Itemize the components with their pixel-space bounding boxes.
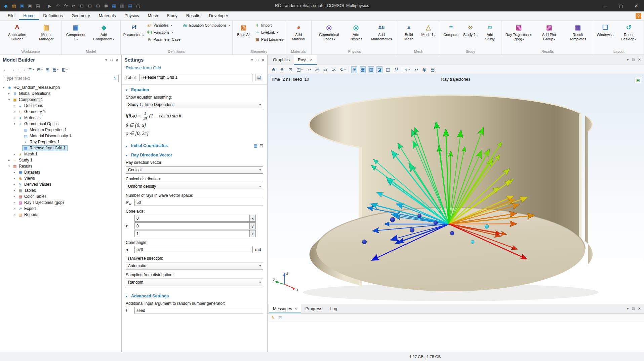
paste-icon[interactable]: ⊟ [86,2,94,10]
window-layout-icon[interactable]: ▢ [134,2,142,10]
open-file-icon[interactable]: ▨ [10,2,18,10]
ray-trajectories-gop-button[interactable]: ▧Ray Trajectories (gop)▾ [503,22,535,49]
filter-refresh-icon[interactable]: ↻ [113,76,117,81]
duplicate-icon[interactable]: ⊞ [94,2,102,10]
compute-button[interactable]: =Compute [442,22,460,49]
ray-direction-select[interactable]: Conical ▾ [126,166,263,174]
variables-button[interactable]: a=Variables▾ [147,23,180,28]
panel-menu-icon[interactable]: ▾ [251,58,253,62]
tree-item-export[interactable]: ▸↗Export [0,206,121,212]
tree-item-geometry-1[interactable]: ▸◇Geometry 1 [0,109,121,115]
parameter-case-button[interactable]: PiParameter Case [147,37,180,42]
copy-icon[interactable]: ⊡ [260,143,263,148]
transverse-direction-select[interactable]: Automatic ▾ [126,262,263,269]
expand-arrow-icon[interactable]: ▸ [12,110,17,113]
tree-item-material-discontinuity-1[interactable]: ▤Material Discontinuity 1 [0,133,121,139]
move-down-icon[interactable]: ↓ [23,67,26,72]
section-initial-coordinates-header[interactable]: ▸ Initial Coordinates ▦ ⊡ [126,141,263,150]
equation-contributions-button[interactable]: ∂uEquation Contributions▾ [183,23,230,28]
tree-item-definitions[interactable]: ▸≡Definitions [0,103,121,109]
close-tab-icon[interactable]: ✕ [294,307,297,311]
panel-menu-icon[interactable]: ▾ [105,58,107,62]
menu-tab-definitions[interactable]: Definitions [39,11,67,20]
plot-icon[interactable]: ▤ [126,2,134,10]
rays-count-input[interactable] [134,199,263,206]
scene-light-icon[interactable]: ☀ [351,66,357,73]
tree-item-ro-random-release-mph[interactable]: ▾◈RO_random_release.mph [0,84,121,91]
model-manager-button[interactable]: ▥Model Manager [33,22,59,49]
run-icon[interactable]: ▶ [46,2,53,10]
close-button[interactable]: ✕ [629,0,644,11]
cone-axis-y-input[interactable] [134,222,250,229]
save-as-icon[interactable]: ▣ [26,2,34,10]
node-label-icon[interactable]: ◧▾ [62,67,68,72]
go-to-yz-view-icon[interactable]: yz [322,66,328,73]
panel-menu-icon[interactable]: ▾ [627,58,629,62]
add-study-button[interactable]: ∞Add Study [481,22,499,49]
go-to-default-3d-view-icon[interactable]: ⌂▾ [306,66,312,73]
add-material-button[interactable]: ◕Add Material [288,22,310,49]
minimize-button[interactable]: – [598,0,613,11]
collapse-all-icon[interactable]: ⊟▾ [37,67,43,72]
expand-arrow-icon[interactable]: ▸ [12,207,17,210]
label-input[interactable] [139,74,252,81]
build-all-button[interactable]: ▧Build All [234,22,253,49]
copy-log-icon[interactable]: ⊡ [279,315,282,320]
tree-item-ray-trajectories-gop[interactable]: ▸▧Ray Trajectories (gop) [0,200,121,206]
geometrical-optics-button[interactable]: ◎Geometrical Optics▾ [313,22,345,49]
back-icon[interactable]: ← [3,67,7,72]
import-button[interactable]: ⇩Import [254,23,283,28]
add-plot-group-button[interactable]: ▨Add Plot Group▾ [535,22,563,49]
expand-arrow-icon[interactable]: ▸ [7,92,11,95]
study-1-button[interactable]: ∞Study 1▾ [461,22,480,49]
panel-menu-icon[interactable]: ▾ [627,306,629,311]
save-icon[interactable]: ▣ [18,2,26,10]
cone-angle-input[interactable] [134,246,253,253]
wireframe-icon[interactable]: ◫ [385,66,391,73]
tree-item-materials[interactable]: ▸●Materials [0,115,121,121]
expand-arrow-icon[interactable]: ▸ [12,171,17,174]
add-physics-button[interactable]: ◎Add Physics [346,22,367,49]
tree-item-tables[interactable]: ▸▦Tables [0,187,121,193]
expand-arrow-icon[interactable]: ▸ [12,189,17,192]
close-panel-icon[interactable]: ✕ [261,58,265,62]
add-component-button[interactable]: ◆Add Component▾ [89,22,119,49]
cut-icon[interactable]: ✂ [70,2,78,10]
tree-item-derived-values[interactable]: ▸∑Derived Values [0,181,121,187]
collapse-arrow-icon[interactable]: ▾ [7,165,11,168]
expand-arrow-icon[interactable]: ▸ [12,195,17,198]
go-to-xy-view-icon[interactable]: xy [314,66,320,73]
tree-item-release-from-grid-1[interactable]: ▦Release from Grid 1 [0,145,121,151]
float-panel-icon[interactable]: ⊡ [256,58,259,62]
filter-input[interactable] [5,76,113,81]
section-equation-header[interactable]: ▾ Equation [126,85,263,94]
tab-rays[interactable]: Rays✕ [294,55,317,65]
part-libraries-button[interactable]: ▤Part Libraries [254,37,283,42]
expand-arrow-icon[interactable]: ▸ [12,183,17,186]
menu-tab-materials[interactable]: Materials [94,11,120,20]
tab-progress[interactable]: Progress [301,304,326,313]
menu-tab-file[interactable]: File [3,11,19,20]
go-to-zx-view-icon[interactable]: zx [331,66,337,73]
menu-tab-mesh[interactable]: Mesh [144,11,163,20]
menu-tab-geometry[interactable]: Geometry [67,11,94,20]
scene-rotation-icon[interactable]: ↻▾ [339,66,346,73]
sampling-select[interactable]: Random ▾ [126,279,263,286]
menu-tab-developer[interactable]: Developer [205,11,233,20]
menu-tab-results[interactable]: Results [182,11,205,20]
zoom-out-icon[interactable]: ⊖ [279,66,285,73]
tree-item-mesh-1[interactable]: ▸▲Mesh 1 [0,151,121,157]
color-theme-icon[interactable]: ◑▾ [413,66,419,73]
expand-all-icon[interactable]: ⊞ [46,67,49,72]
model-tree-view-icon[interactable]: ▦▾ [52,67,58,72]
expand-arrow-icon[interactable]: ▸ [12,104,17,107]
show-equation-select[interactable]: Study 1, Time Dependent ▾ [126,101,263,108]
tree-item-ray-properties-1[interactable]: ◗Ray Properties 1 [0,139,121,145]
reset-desktop-button[interactable]: ↺Reset Desktop▾ [615,22,642,49]
menu-tab-home[interactable]: Home [19,11,39,20]
expand-arrow-icon[interactable]: ▸ [12,152,17,156]
conical-distribution-select[interactable]: Uniform density ▾ [126,183,263,190]
close-panel-icon[interactable]: ✕ [116,58,119,62]
app-logo-icon[interactable]: ◆ [2,2,10,10]
zoom-box-icon[interactable]: ◰▾ [296,66,303,73]
